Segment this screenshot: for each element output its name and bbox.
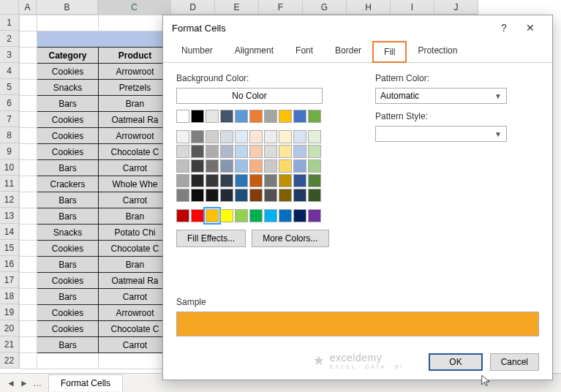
color-swatch[interactable] bbox=[235, 145, 248, 158]
cell[interactable] bbox=[20, 48, 37, 64]
row-header-17[interactable]: 17 bbox=[0, 272, 19, 288]
fill-effects-button[interactable]: Fill Effects... bbox=[176, 230, 246, 247]
cell[interactable] bbox=[20, 273, 37, 289]
row-header-15[interactable]: 15 bbox=[0, 240, 19, 256]
cell[interactable]: Oatmeal Ra bbox=[99, 273, 172, 289]
color-swatch[interactable] bbox=[176, 159, 189, 173]
color-swatch[interactable] bbox=[206, 145, 219, 158]
pattern-style-combo[interactable]: ▼ bbox=[375, 126, 507, 142]
color-swatch[interactable] bbox=[264, 209, 277, 222]
ok-button[interactable]: OK bbox=[429, 353, 482, 371]
tab-fill[interactable]: Fill bbox=[372, 41, 407, 63]
close-icon[interactable]: ✕ bbox=[517, 18, 543, 38]
color-swatch[interactable] bbox=[206, 110, 219, 123]
color-swatch[interactable] bbox=[206, 159, 219, 173]
cell[interactable]: Snacks bbox=[37, 80, 99, 96]
row-header-7[interactable]: 7 bbox=[0, 111, 19, 127]
row-header-4[interactable]: 4 bbox=[0, 63, 19, 79]
col-header-B[interactable]: B bbox=[37, 0, 98, 15]
color-swatch[interactable] bbox=[220, 130, 233, 143]
cell[interactable]: Bars bbox=[37, 289, 99, 305]
cell[interactable] bbox=[37, 31, 172, 48]
color-swatch[interactable] bbox=[279, 159, 292, 173]
color-swatch[interactable] bbox=[308, 130, 321, 143]
cell[interactable] bbox=[20, 208, 37, 225]
cell[interactable]: Product bbox=[99, 48, 172, 64]
color-swatch[interactable] bbox=[264, 174, 277, 187]
color-swatch[interactable] bbox=[191, 174, 204, 187]
cell[interactable] bbox=[20, 128, 37, 144]
color-swatch[interactable] bbox=[279, 130, 292, 143]
row-header-22[interactable]: 22 bbox=[0, 353, 19, 369]
row-header-19[interactable]: 19 bbox=[0, 304, 19, 320]
color-swatch[interactable] bbox=[279, 145, 292, 158]
color-swatch[interactable] bbox=[220, 159, 233, 173]
row-header-9[interactable]: 9 bbox=[0, 143, 19, 159]
color-swatch[interactable] bbox=[235, 110, 248, 123]
cell[interactable]: Chocolate C bbox=[99, 144, 172, 160]
cell[interactable] bbox=[99, 353, 172, 369]
sheet-tab-active[interactable]: Format Cells bbox=[48, 374, 123, 391]
cell[interactable]: Category bbox=[37, 48, 99, 64]
cell[interactable] bbox=[20, 337, 37, 353]
cell[interactable] bbox=[20, 289, 37, 305]
color-swatch[interactable] bbox=[279, 189, 292, 202]
color-swatch[interactable] bbox=[308, 159, 321, 173]
color-swatch[interactable] bbox=[176, 209, 189, 222]
cell[interactable]: Cookies bbox=[37, 321, 99, 337]
sheet-ellipsis[interactable]: … bbox=[31, 378, 44, 388]
color-swatch[interactable] bbox=[279, 110, 292, 123]
color-swatch[interactable] bbox=[235, 130, 248, 143]
cell[interactable]: Bars bbox=[37, 208, 99, 225]
color-swatch[interactable] bbox=[279, 209, 292, 222]
cell[interactable] bbox=[20, 176, 37, 192]
cell[interactable]: Bars bbox=[37, 192, 99, 208]
color-swatch[interactable] bbox=[308, 145, 321, 158]
col-header-I[interactable]: I bbox=[391, 0, 434, 15]
tab-number[interactable]: Number bbox=[170, 40, 224, 62]
color-swatch[interactable] bbox=[249, 174, 263, 187]
row-header-6[interactable]: 6 bbox=[0, 95, 19, 111]
color-swatch[interactable] bbox=[293, 130, 306, 143]
cell[interactable] bbox=[20, 192, 37, 208]
color-swatch[interactable] bbox=[293, 174, 306, 187]
cell[interactable]: Cookies bbox=[37, 64, 99, 80]
cell[interactable]: Bars bbox=[37, 337, 99, 353]
color-swatch[interactable] bbox=[264, 110, 277, 123]
tab-protection[interactable]: Protection bbox=[407, 40, 468, 62]
cell[interactable]: Cookies bbox=[37, 241, 99, 257]
cell[interactable] bbox=[20, 112, 37, 128]
cell[interactable] bbox=[20, 31, 37, 48]
cell[interactable]: Snacks bbox=[37, 225, 99, 241]
cell[interactable] bbox=[20, 160, 37, 176]
color-swatch[interactable] bbox=[264, 145, 277, 158]
cell[interactable]: Cookies bbox=[37, 112, 99, 128]
row-header-2[interactable]: 2 bbox=[0, 31, 19, 47]
color-swatch[interactable] bbox=[249, 145, 263, 158]
row-header-3[interactable]: 3 bbox=[0, 47, 19, 63]
col-header-F[interactable]: F bbox=[259, 0, 303, 15]
color-swatch[interactable] bbox=[308, 174, 321, 187]
row-header-10[interactable]: 10 bbox=[0, 159, 19, 176]
color-swatch[interactable] bbox=[293, 145, 306, 158]
color-swatch[interactable] bbox=[206, 174, 219, 187]
cell[interactable]: Oatmeal Ra bbox=[99, 112, 172, 128]
color-swatch[interactable] bbox=[293, 189, 306, 202]
color-swatch[interactable] bbox=[308, 110, 321, 123]
cell[interactable] bbox=[20, 225, 37, 241]
color-swatch[interactable] bbox=[176, 189, 189, 202]
color-swatch[interactable] bbox=[293, 159, 306, 173]
cell[interactable] bbox=[20, 241, 37, 257]
col-header-G[interactable]: G bbox=[303, 0, 347, 15]
tab-font[interactable]: Font bbox=[285, 40, 324, 62]
row-header-12[interactable]: 12 bbox=[0, 192, 19, 208]
cancel-button[interactable]: Cancel bbox=[490, 353, 539, 371]
cell[interactable]: Chocolate C bbox=[99, 241, 172, 257]
cell[interactable]: Potato Chi bbox=[99, 225, 172, 241]
color-swatch[interactable] bbox=[235, 189, 248, 202]
color-swatch[interactable] bbox=[191, 130, 204, 143]
row-header-13[interactable]: 13 bbox=[0, 208, 19, 224]
color-swatch[interactable] bbox=[191, 159, 204, 173]
pattern-color-combo[interactable]: Automatic ▼ bbox=[375, 88, 507, 104]
color-swatch[interactable] bbox=[293, 110, 306, 123]
